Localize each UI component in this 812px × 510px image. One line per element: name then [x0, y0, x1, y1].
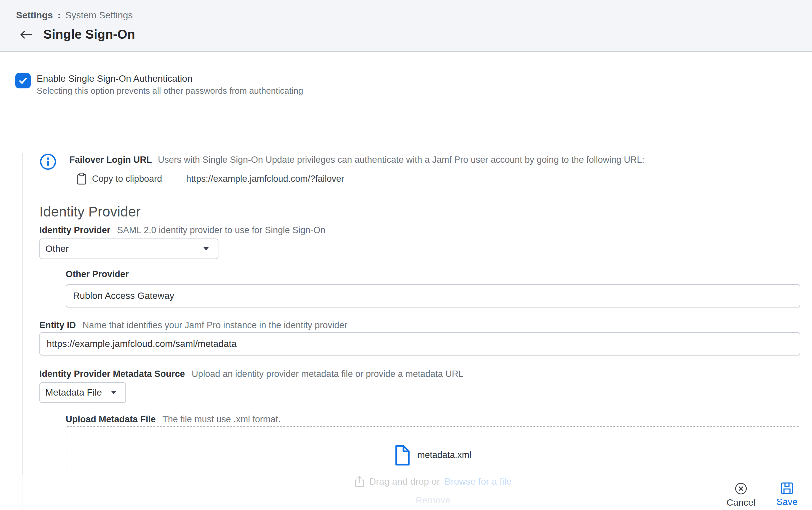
enable-sso-description: Selecting this option prevents all other… [37, 86, 303, 96]
other-provider-label: Other Provider [66, 269, 129, 280]
chevron-down-icon [203, 247, 209, 251]
metadata-source-selected-value: Metadata File [45, 387, 102, 398]
failover-label: Failover Login URL [69, 155, 152, 165]
clipboard-icon [77, 172, 87, 185]
failover-login-url-block: Failover Login URLUsers with Single Sign… [39, 153, 801, 185]
copy-to-clipboard-button[interactable]: Copy to clipboard [92, 174, 162, 184]
file-document-icon [395, 445, 410, 465]
breadcrumb-system-settings[interactable]: System Settings [65, 10, 133, 21]
enable-sso-row: Enable Single Sign-On Authentication Sel… [15, 73, 303, 96]
breadcrumb: Settings : System Settings [16, 10, 133, 21]
metadata-source-description: Upload an identity provider metadata fil… [192, 369, 464, 379]
checkmark-icon [17, 75, 29, 86]
breadcrumb-separator: : [57, 10, 60, 21]
action-bar: Cancel Save [0, 475, 812, 510]
metadata-source-label: Identity Provider Metadata Source [39, 369, 185, 379]
identity-provider-label: Identity Provider [39, 225, 110, 235]
main-content: Enable Single Sign-On Authentication Sel… [0, 52, 812, 510]
save-button[interactable]: Save [772, 482, 802, 507]
metadata-source-select[interactable]: Metadata File [39, 382, 126, 403]
entity-id-description: Name that identifies your Jamf Pro insta… [83, 320, 347, 331]
enable-sso-label: Enable Single Sign-On Authentication [37, 73, 303, 84]
identity-provider-section-title: Identity Provider [39, 204, 801, 220]
chevron-down-icon [111, 391, 117, 395]
breadcrumb-settings[interactable]: Settings [16, 10, 53, 21]
upload-metadata-label: Upload Metadata File [66, 414, 156, 425]
page-title: Single Sign-On [44, 27, 135, 42]
metadata-source-field-group: Identity Provider Metadata Source Upload… [39, 369, 801, 403]
entity-id-label: Entity ID [39, 320, 76, 331]
enable-sso-checkbox[interactable] [15, 73, 31, 88]
failover-url-text: https://example.jamfcloud.com/?failover [186, 174, 344, 184]
failover-description: Users with Single Sign-On Update privile… [158, 155, 645, 165]
other-provider-subgroup: Other Provider [49, 268, 801, 308]
info-icon [39, 153, 57, 185]
back-arrow-icon[interactable] [19, 30, 33, 39]
identity-provider-select[interactable]: Other [39, 238, 219, 259]
cancel-button-label: Cancel [726, 497, 755, 508]
identity-provider-selected-value: Other [45, 244, 69, 254]
cancel-circle-x-icon [734, 482, 748, 495]
save-button-label: Save [776, 497, 798, 507]
other-provider-input[interactable] [66, 284, 800, 308]
entity-id-field-group: Entity ID Name that identifies your Jamf… [39, 320, 801, 356]
identity-provider-description: SAML 2.0 identity provider to use for Si… [117, 225, 325, 235]
save-floppy-icon [781, 482, 793, 495]
upload-metadata-description: The file must use .xml format. [163, 414, 281, 425]
sso-settings-section: Failover Login URLUsers with Single Sign… [22, 153, 801, 510]
cancel-button[interactable]: Cancel [726, 482, 756, 508]
uploaded-file-name: metadata.xml [417, 450, 471, 460]
page-header: Settings : System Settings Single Sign-O… [0, 0, 812, 52]
entity-id-input[interactable] [39, 332, 800, 356]
identity-provider-field-group: Identity Provider SAML 2.0 identity prov… [39, 225, 801, 259]
